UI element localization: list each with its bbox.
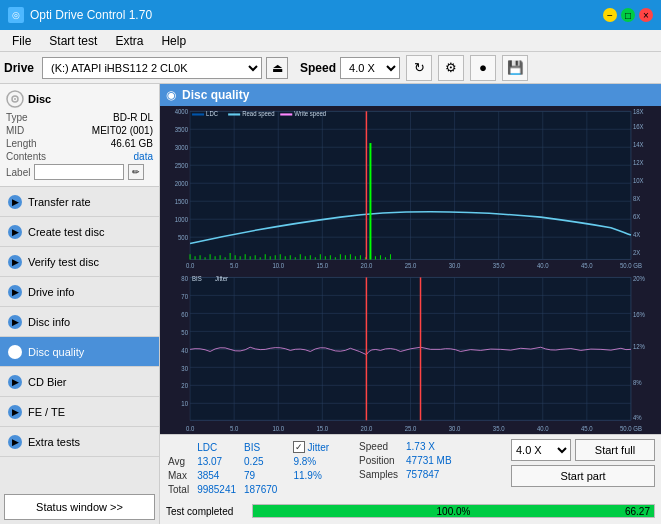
- svg-text:70: 70: [181, 292, 188, 299]
- refresh-button[interactable]: ↻: [406, 55, 432, 81]
- svg-rect-57: [280, 113, 292, 115]
- svg-text:40.0: 40.0: [537, 425, 549, 432]
- extra-tests-label: Extra tests: [28, 436, 80, 448]
- svg-text:Jitter: Jitter: [215, 274, 228, 281]
- start-part-button[interactable]: Start part: [511, 465, 655, 487]
- svg-text:45.0: 45.0: [581, 262, 593, 269]
- fe-te-label: FE / TE: [28, 406, 65, 418]
- sidebar-item-extra-tests[interactable]: ▶ Extra tests: [0, 427, 159, 457]
- total-ldc: 9985241: [197, 484, 242, 496]
- eject-button[interactable]: ⏏: [266, 57, 288, 79]
- jitter-checkbox[interactable]: ✓: [293, 441, 305, 453]
- drive-select[interactable]: (K:) ATAPI iHBS112 2 CL0K: [42, 57, 262, 79]
- svg-text:2X: 2X: [633, 249, 640, 256]
- svg-text:12%: 12%: [633, 343, 646, 350]
- svg-text:500: 500: [178, 234, 189, 241]
- svg-text:10: 10: [181, 400, 188, 407]
- svg-text:14X: 14X: [633, 141, 644, 148]
- main-layout: Disc Type BD-R DL MID MEIT02 (001) Lengt…: [0, 84, 661, 524]
- verify-test-icon: ▶: [8, 255, 22, 269]
- svg-text:5.0: 5.0: [230, 262, 239, 269]
- app-title: Opti Drive Control 1.70: [30, 8, 152, 22]
- contents-label: Contents: [6, 151, 46, 162]
- start-full-button[interactable]: Start full: [575, 439, 655, 461]
- progress-percent: 100.0%: [437, 505, 471, 519]
- close-button[interactable]: ×: [639, 8, 653, 22]
- svg-text:25.0: 25.0: [405, 262, 417, 269]
- content-area: ◉ Disc quality: [160, 84, 661, 524]
- samples-value: 757847: [406, 469, 458, 481]
- sidebar-item-verify-test-disc[interactable]: ▶ Verify test disc: [0, 247, 159, 277]
- svg-text:20: 20: [181, 382, 188, 389]
- type-label: Type: [6, 112, 28, 123]
- svg-text:30.0: 30.0: [449, 262, 461, 269]
- speed-stats-table: Speed 1.73 X Position 47731 MB Samples 7…: [357, 439, 460, 483]
- charts-svg: 4000 3500 3000 2500 2000 1500 1000 500 1…: [160, 106, 661, 434]
- drive-label: Drive: [4, 61, 34, 75]
- disc-quality-icon: ▶: [8, 345, 22, 359]
- label-edit-button[interactable]: ✏: [128, 164, 144, 180]
- menu-extra[interactable]: Extra: [107, 32, 151, 50]
- create-test-label: Create test disc: [28, 226, 104, 238]
- speed-select-main[interactable]: 4.0 X: [340, 57, 400, 79]
- jitter-col-header: Jitter: [307, 442, 329, 453]
- burn-button[interactable]: ●: [470, 55, 496, 81]
- sidebar-item-cd-bier[interactable]: ▶ CD Bier: [0, 367, 159, 397]
- max-bis: 79: [244, 470, 283, 482]
- sidebar-item-disc-quality[interactable]: ▶ Disc quality: [0, 337, 159, 367]
- settings-button[interactable]: ⚙: [438, 55, 464, 81]
- avg-jitter: 9.8%: [285, 456, 335, 468]
- samples-label: Samples: [359, 469, 404, 481]
- svg-text:12X: 12X: [633, 159, 644, 166]
- sidebar-item-transfer-rate[interactable]: ▶ Transfer rate: [0, 187, 159, 217]
- chart-title: Disc quality: [182, 88, 249, 102]
- status-window-button[interactable]: Status window >>: [4, 494, 155, 520]
- svg-text:35.0: 35.0: [493, 425, 505, 432]
- drive-info-icon: ▶: [8, 285, 22, 299]
- sidebar-item-disc-info[interactable]: ▶ Disc info: [0, 307, 159, 337]
- mid-label: MID: [6, 125, 24, 136]
- maximize-button[interactable]: □: [621, 8, 635, 22]
- speed-label-cell: Speed: [359, 441, 404, 453]
- status-text: Test completed: [166, 506, 246, 517]
- menu-help[interactable]: Help: [153, 32, 194, 50]
- total-row-label: Total: [168, 484, 195, 496]
- svg-text:3500: 3500: [175, 126, 189, 133]
- save-button[interactable]: 💾: [502, 55, 528, 81]
- svg-text:5.0: 5.0: [230, 425, 239, 432]
- svg-point-2: [14, 98, 16, 100]
- speed-select-chart[interactable]: 4.0 X: [511, 439, 571, 461]
- menu-file[interactable]: File: [4, 32, 39, 50]
- status-window-label: Status window >>: [36, 501, 123, 513]
- sidebar-item-create-test-disc[interactable]: ▶ Create test disc: [0, 217, 159, 247]
- svg-text:0.0: 0.0: [186, 425, 195, 432]
- sidebar-item-fe-te[interactable]: ▶ FE / TE: [0, 397, 159, 427]
- svg-text:1000: 1000: [175, 216, 189, 223]
- cd-bier-label: CD Bier: [28, 376, 67, 388]
- svg-text:20%: 20%: [633, 274, 646, 281]
- svg-text:50: 50: [181, 328, 188, 335]
- disc-quality-label: Disc quality: [28, 346, 84, 358]
- length-value: 46.61 GB: [111, 138, 153, 149]
- disc-info-icon: ▶: [8, 315, 22, 329]
- sidebar: Disc Type BD-R DL MID MEIT02 (001) Lengt…: [0, 84, 160, 524]
- svg-text:8X: 8X: [633, 195, 640, 202]
- svg-text:35.0: 35.0: [493, 262, 505, 269]
- controls-col: 4.0 X Start full Start part: [511, 439, 655, 487]
- verify-test-label: Verify test disc: [28, 256, 99, 268]
- svg-text:30: 30: [181, 364, 188, 371]
- speed-value: 1.73 X: [406, 441, 458, 453]
- svg-text:25.0: 25.0: [405, 425, 417, 432]
- svg-text:16%: 16%: [633, 310, 646, 317]
- minimize-button[interactable]: −: [603, 8, 617, 22]
- sidebar-item-drive-info[interactable]: ▶ Drive info: [0, 277, 159, 307]
- menu-start-test[interactable]: Start test: [41, 32, 105, 50]
- progress-row: Test completed 100.0% 66.27: [166, 502, 655, 520]
- svg-text:16X: 16X: [633, 123, 644, 130]
- contents-value: data: [134, 151, 153, 162]
- avg-row-label: Avg: [168, 456, 195, 468]
- stats-row: LDC BIS ✓ Jitter Avg 13.07 0.25: [166, 439, 655, 498]
- disc-label-row: Label ✏: [6, 164, 153, 180]
- label-input[interactable]: [34, 164, 124, 180]
- disc-panel-title: Disc: [28, 93, 51, 105]
